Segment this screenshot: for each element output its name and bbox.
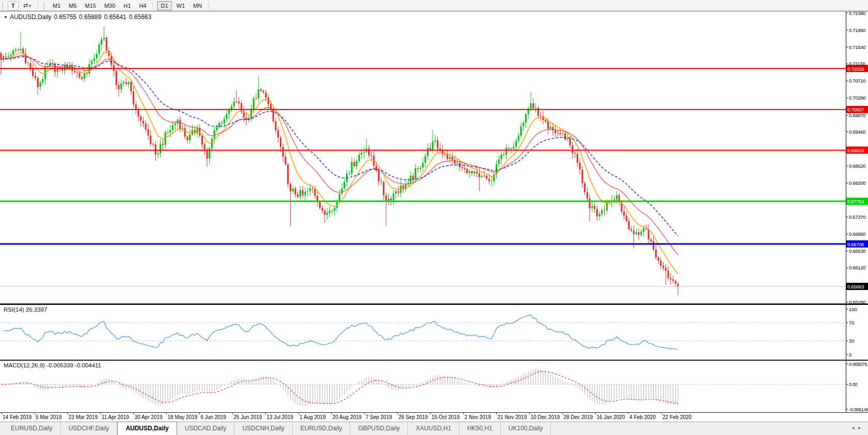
candle: [162, 144, 164, 145]
chart-tab-xauusd-h1[interactable]: XAUUSD,H1: [408, 422, 460, 435]
candle: [569, 138, 571, 146]
price-chart-pane[interactable]: 0.710160.700070.690100.677540.667060.723…: [0, 11, 868, 303]
symbol-period-label: AUDUSD,Daily: [10, 13, 52, 21]
candle: [201, 136, 203, 144]
rsi-indicator-pane[interactable]: 10070300: [0, 305, 868, 360]
candle: [238, 102, 240, 103]
candle: [157, 153, 159, 154]
candle: [469, 171, 470, 173]
chart-tab-eurusd-daily[interactable]: EURUSD,Daily: [3, 422, 61, 435]
toolbar-gripper[interactable]: [43, 2, 46, 9]
one-click-trading-icon[interactable]: ▼: [4, 15, 8, 20]
candle: [120, 83, 122, 89]
macd-indicator-pane[interactable]: 0.0050760.00-0.006148: [0, 361, 868, 412]
candlestick-series: [0, 26, 678, 295]
candle: [491, 181, 492, 182]
candle: [137, 110, 139, 117]
chart-tab-audusd-daily[interactable]: AUDUSD,Daily: [117, 422, 177, 435]
candle: [169, 130, 171, 132]
candle: [518, 136, 519, 141]
candle: [128, 82, 129, 84]
candle: [32, 69, 34, 76]
price-line-label: 0.67754: [847, 199, 864, 204]
chart-tab-usdcad-daily[interactable]: USDCAD,Daily: [177, 422, 235, 435]
chart-tab-eurusd-daily[interactable]: EURUSD,Daily: [293, 422, 351, 435]
candle: [616, 196, 618, 200]
price-axis-label: 0.68200: [849, 180, 865, 186]
candle: [258, 89, 259, 98]
timeframe-mn-button[interactable]: MN: [190, 1, 206, 10]
date-axis-label: 15 Oct 2019: [432, 414, 460, 420]
date-axis-label: 4 Feb 2020: [629, 414, 656, 420]
candle: [392, 194, 394, 200]
candle: [233, 102, 235, 106]
candle: [574, 153, 576, 154]
candle: [358, 155, 360, 161]
candle: [645, 229, 647, 229]
price-line-label: 0.66706: [847, 241, 864, 247]
candle: [221, 123, 223, 123]
chart-tab-gbpusd-daily[interactable]: GBPUSD,Daily: [350, 422, 408, 435]
timeframe-w1-button[interactable]: W1: [173, 1, 189, 10]
chart-tab-uk100-daily[interactable]: UK100,Daily: [501, 422, 551, 435]
candle: [363, 152, 365, 153]
candle: [562, 134, 563, 135]
chart-tab-usdcnh-daily[interactable]: USDCNH,Daily: [234, 422, 292, 435]
timeframe-m1-button[interactable]: M1: [49, 1, 64, 10]
candle: [498, 159, 500, 165]
candle: [204, 144, 206, 150]
date-axis-label: 30 Apr 2019: [135, 414, 163, 420]
text-tool-button[interactable]: T: [8, 1, 19, 10]
candle: [650, 239, 652, 241]
tab-nav-left-icon[interactable]: ◂: [852, 425, 859, 430]
candle: [579, 163, 580, 169]
chart-tab-hk50-h1[interactable]: HK50,H1: [460, 422, 501, 435]
chart-tab-usdchf-daily[interactable]: USDCHF,Daily: [61, 422, 118, 435]
candle: [395, 191, 397, 194]
candle: [535, 108, 536, 108]
candle: [675, 281, 676, 284]
candle: [135, 104, 137, 110]
candle: [594, 206, 595, 209]
candle: [334, 208, 335, 211]
price-axis-label: 0.72380: [849, 11, 865, 15]
timeframe-h1-button[interactable]: H1: [120, 1, 134, 10]
candle: [515, 141, 517, 147]
date-axis-label: 13 Jul 2019: [266, 414, 293, 420]
candle: [665, 268, 667, 270]
candle: [643, 229, 644, 232]
timeframe-d1-button[interactable]: D1: [157, 1, 171, 10]
candle: [297, 195, 298, 197]
candle: [37, 78, 39, 87]
timeframe-m5-button[interactable]: M5: [65, 1, 80, 10]
candle: [353, 162, 355, 166]
candle: [356, 161, 357, 166]
high-value: 0.65889: [79, 13, 101, 21]
date-axis-label: 14 Feb 2019: [3, 414, 32, 420]
candle: [375, 166, 377, 171]
candle: [143, 121, 144, 124]
candle: [285, 157, 286, 165]
ma-medium-line: [1, 55, 678, 255]
candle: [503, 155, 504, 155]
toolbar-gripper[interactable]: [2, 2, 5, 9]
candle: [667, 271, 669, 278]
timeframe-m30-button[interactable]: M30: [101, 1, 119, 10]
timeframe-m15-button[interactable]: M15: [82, 1, 100, 10]
tab-nav-right-icon[interactable]: ▸: [858, 425, 865, 430]
candle: [18, 50, 19, 50]
candle: [640, 232, 642, 235]
price-axis-label: 0.69460: [849, 129, 865, 135]
arrows-tool-button[interactable]: ⇄▾: [20, 1, 35, 10]
candle: [626, 216, 627, 221]
macd-axis-label: 0.005076: [849, 362, 867, 367]
candle: [179, 120, 181, 130]
candle: [412, 176, 414, 180]
candle: [481, 176, 482, 177]
date-axis-label: 11 Apr 2019: [102, 414, 130, 420]
candle: [118, 85, 119, 90]
timeframe-button-group: M1M5M15M30H1H4D1W1MN: [49, 1, 206, 10]
rsi-axis-label: 0: [849, 352, 851, 358]
candle: [228, 110, 230, 114]
timeframe-h4-button[interactable]: H4: [135, 1, 150, 10]
